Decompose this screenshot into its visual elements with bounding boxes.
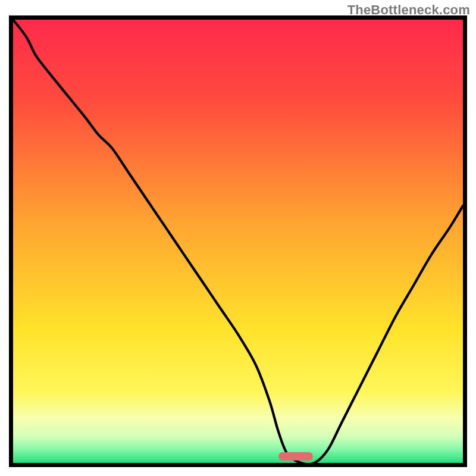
chart-frame: [9, 15, 467, 467]
optimum-marker: [278, 452, 313, 461]
plot-area: [13, 20, 463, 463]
bottleneck-curve: [13, 20, 463, 463]
